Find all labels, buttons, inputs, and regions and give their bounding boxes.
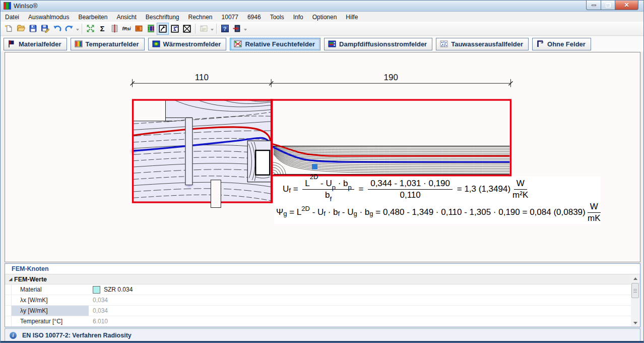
new-file-icon [5,24,13,33]
window-frame-edge [1,341,643,342]
tab-ohne-felder[interactable]: Ohne Felder [532,38,591,50]
fem-scrollbar[interactable] [631,275,639,327]
toolbar-separator [195,24,196,34]
toolbar-overflow-icon[interactable] [75,24,80,34]
menu-6946[interactable]: 6946 [243,13,266,21]
tab-relative-feuchtefelder[interactable]: Relative Feuchtefelder [230,38,320,50]
restore-icon [606,3,611,8]
status-bar: EN ISO 10077-2: Verfahren Radiosity [5,328,640,342]
no-field-icon [536,40,544,48]
frame-mullion [185,118,192,185]
row-gutter [5,316,12,326]
material-flag-icon [8,40,16,48]
tab-label: Tauwasserausfallfelder [451,40,523,48]
psi-g-formula: Ψg = L2D - Uf · bf - Ug · bg = 0,480 - 1… [276,201,603,223]
tab-waermestromfelder[interactable]: Wärmestromfelder [148,38,227,50]
toolbar-separator [82,24,82,34]
save-as-button[interactable] [39,23,51,35]
material-fields-button[interactable] [133,23,145,35]
scrollbar-thumb[interactable] [631,283,639,298]
open-button[interactable] [15,23,27,35]
menu-bearbeiten[interactable]: Bearbeiten [74,13,112,21]
field-lines-toggle[interactable] [157,23,169,35]
row-gutter [5,284,12,295]
fem-row-lambda-x[interactable]: λx [W/mK] 0,034 [5,295,640,306]
menu-datei[interactable]: Datei [1,13,24,21]
menu-beschriftung[interactable]: Beschriftung [141,13,184,21]
frame-notch [132,99,165,121]
fem-row-material[interactable]: Material SZR 0.034 [5,284,640,295]
tab-dampfdiffusionsstromfelder[interactable]: Dampfdiffusionsstromfelder [324,38,432,50]
tab-materialfelder[interactable]: Materialfelder [4,38,67,50]
help-button[interactable] [219,23,231,35]
toolbar-overflow-icon[interactable] [243,24,247,34]
new-button[interactable] [3,23,15,35]
minimize-icon [592,5,596,6]
fem-row-label: λy [W/mK] [12,306,89,316]
tab-label: Wärmestromfelder [163,40,221,48]
save-button[interactable] [27,23,39,35]
zoom-extents-icon [86,24,95,33]
tab-temperaturfelder[interactable]: Temperaturfelder [71,38,145,50]
frsi-button[interactable]: fRsi [120,23,133,35]
tab-label: Relative Feuchtefelder [245,40,315,48]
fem-row-lambda-y[interactable]: λy [W/mK] 0,034 [5,306,640,316]
exit-door-icon [233,24,241,33]
expander-icon[interactable]: ◢ [7,277,14,281]
exit-button[interactable] [231,23,243,35]
fem-group-label: FEM-Werte [14,276,47,283]
menu-info[interactable]: Info [289,13,308,21]
field-lines-icon [158,24,167,33]
close-button[interactable]: ✕ [615,1,638,10]
tab-tauwasserausfallfelder[interactable]: Tauwasserausfallfelder [436,38,529,50]
isotherm-column-icon [110,24,119,33]
dimension-lines: 110 190 [131,73,513,87]
zoom-extents-button[interactable] [84,23,96,35]
selected-fem-node-marker[interactable] [312,164,317,169]
minimize-button[interactable] [586,1,601,10]
no-fields-toggle[interactable] [181,23,193,35]
drawing-canvas[interactable]: 110 190 [5,52,640,262]
condensation-field-icon [440,40,448,48]
crossed-box-icon [182,24,191,33]
redo-button[interactable] [63,23,75,35]
toolbar-overflow-icon[interactable] [210,24,214,34]
frame-fields-button[interactable] [145,23,157,35]
restore-button[interactable] [601,1,615,10]
tab-label: Ohne Felder [547,40,586,48]
toolbar: Σ fRsi [1,22,643,36]
winiso-window: WinIso® ✕ Datei Auswahlmodus Bearbeiten … [0,0,644,343]
isotherm-drawing: 110 190 [5,52,640,262]
menu-ansicht[interactable]: Ansicht [112,13,141,21]
tab-label: Dampfdiffusionsstromfelder [339,40,427,48]
undo-icon [53,24,61,33]
glazing-boundary [272,100,511,176]
material-swatch [93,286,100,294]
temperature-field-icon [75,40,83,48]
save-icon [29,24,37,33]
menu-10077[interactable]: 10077 [217,13,243,21]
frame-field-icon [147,24,155,33]
menu-optionen[interactable]: Optionen [308,13,342,21]
row-gutter [5,295,12,305]
menu-rechnen[interactable]: Rechnen [184,13,217,21]
annotation-button[interactable] [198,23,210,35]
redo-icon [65,24,74,33]
title-bar[interactable]: WinIso® ✕ [1,1,643,12]
field-tab-row: Materialfelder Temperaturfelder Wärmestr… [1,36,643,51]
field-values-toggle[interactable] [169,23,181,35]
fem-row-value: 0,034 [89,306,108,316]
scroll-down-icon[interactable] [631,319,639,327]
sum-button[interactable]: Σ [96,23,108,35]
info-icon [10,332,17,339]
fem-group-header[interactable]: ◢ FEM-Werte [5,274,640,284]
undo-button[interactable] [51,23,63,35]
isotherms-button[interactable] [108,23,120,35]
tab-label: Temperaturfelder [86,40,139,48]
fem-row-value: 6.010 [89,316,108,326]
scroll-up-icon[interactable] [631,275,639,282]
fem-row-temperatur[interactable]: Temperatur [°C] 6.010 [5,316,640,327]
menu-hilfe[interactable]: Hilfe [341,13,362,21]
menu-auswahlmodus[interactable]: Auswahlmodus [24,13,74,21]
menu-tools[interactable]: Tools [266,13,289,21]
